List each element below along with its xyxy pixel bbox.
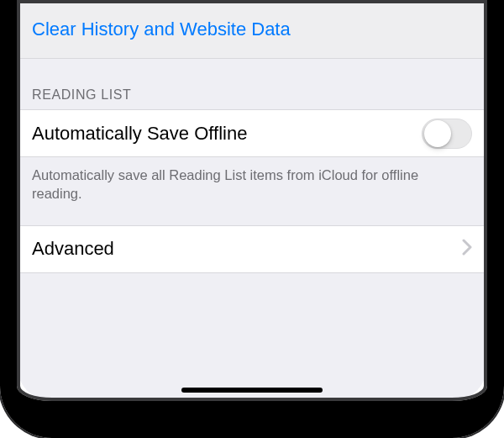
auto-save-offline-row: Automatically Save Offline [17,109,487,157]
reading-list-footer: Automatically save all Reading List item… [17,157,487,225]
advanced-row[interactable]: Advanced [17,225,487,273]
auto-save-offline-toggle[interactable] [422,119,472,149]
toggle-knob [424,120,451,147]
auto-save-offline-label: Automatically Save Offline [32,123,247,145]
reading-list-header: READING LIST [17,59,487,109]
clear-history-row[interactable]: Clear History and Website Data [17,0,487,59]
advanced-label: Advanced [32,238,114,260]
home-indicator[interactable] [181,388,323,393]
settings-screen: Clear History and Website Data READING L… [17,0,487,401]
clear-history-label: Clear History and Website Data [32,18,291,40]
chevron-right-icon [462,239,472,259]
